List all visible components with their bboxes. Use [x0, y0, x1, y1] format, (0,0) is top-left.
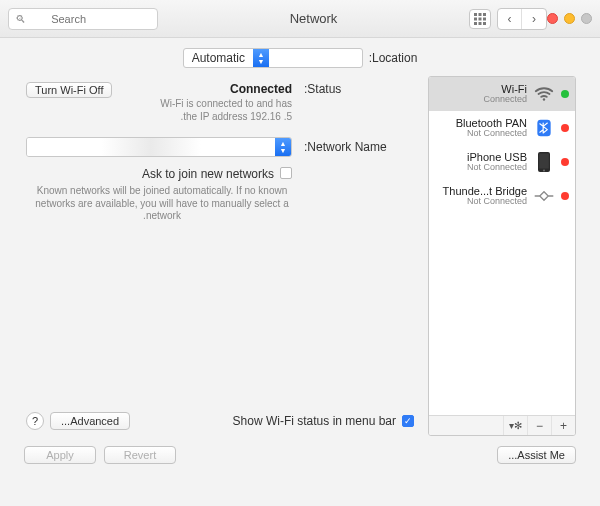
thunderbolt-bridge-icon [533, 185, 555, 207]
network-name-value [27, 138, 275, 156]
svg-rect-6 [474, 22, 477, 25]
svg-rect-5 [483, 17, 486, 20]
main-area: Wi-Fi Connected Bluetooth PAN Not Connec… [0, 76, 600, 436]
svg-rect-10 [537, 120, 550, 137]
zoom-window-button[interactable] [581, 13, 592, 24]
interfaces-list: Wi-Fi Connected Bluetooth PAN Not Connec… [429, 77, 575, 415]
status-dot-icon [561, 192, 569, 200]
location-select[interactable]: Automatic ▲▼ [183, 48, 363, 68]
svg-rect-3 [474, 17, 477, 20]
svg-rect-8 [483, 22, 486, 25]
sidebar-item-status: Not Connected [443, 197, 527, 207]
sidebar-item-status: Not Connected [456, 129, 527, 139]
sidebar-item-text: Wi-Fi Connected [483, 83, 527, 105]
location-value: Automatic [184, 51, 253, 65]
sidebar-footer: + − ✻▾ [429, 415, 575, 435]
interfaces-sidebar: Wi-Fi Connected Bluetooth PAN Not Connec… [428, 76, 576, 436]
advanced-button[interactable]: Advanced... [50, 412, 130, 430]
window-title: Network [158, 11, 469, 26]
remove-interface-button[interactable]: − [527, 416, 551, 435]
grid-icon [474, 13, 486, 25]
status-dot-icon [561, 124, 569, 132]
show-menu-row: ✓ Show Wi-Fi status in menu bar [233, 414, 414, 428]
apply-button[interactable]: Apply [24, 446, 96, 464]
revert-button[interactable]: Revert [104, 446, 176, 464]
svg-point-9 [543, 98, 545, 100]
sidebar-item-status: Not Connected [467, 163, 527, 173]
ask-to-join-checkbox[interactable] [280, 167, 292, 179]
sidebar-item-text: iPhone USB Not Connected [467, 151, 527, 173]
svg-rect-7 [479, 22, 482, 25]
chevron-updown-icon: ▲▼ [253, 49, 269, 67]
sidebar-item-thunderbolt-bridge[interactable]: Thunde...t Bridge Not Connected [429, 179, 575, 213]
status-dot-icon [561, 158, 569, 166]
search-field[interactable]: 🔍︎ [8, 8, 158, 30]
svg-rect-4 [479, 17, 482, 20]
close-window-button[interactable] [547, 13, 558, 24]
location-row: Location: Automatic ▲▼ [0, 38, 600, 76]
help-button[interactable]: ? [26, 412, 44, 430]
sidebar-item-iphone-usb[interactable]: iPhone USB Not Connected [429, 145, 575, 179]
status-label: Status: [304, 82, 414, 96]
status-value-col: Connected Wi-Fi is connected to and has … [124, 82, 292, 123]
network-name-select-wrap: ▲▼ [26, 137, 292, 157]
titlebar: ‹ › Network 🔍︎ [0, 0, 600, 38]
location-label: Location: [369, 51, 418, 65]
sidebar-item-status: Connected [483, 95, 527, 105]
network-name-row: Network Name: ▲▼ [26, 137, 414, 157]
bottom-button-row: Assist Me... Revert Apply [0, 436, 600, 474]
ask-to-join-label: Ask to join new networks [142, 167, 274, 181]
sidebar-item-bluetooth-pan[interactable]: Bluetooth PAN Not Connected [429, 111, 575, 145]
add-interface-button[interactable]: + [551, 416, 575, 435]
turn-wifi-off-button[interactable]: Turn Wi-Fi Off [26, 82, 112, 98]
search-input[interactable] [26, 13, 86, 25]
detail-panel: Status: Connected Wi-Fi is connected to … [24, 76, 416, 436]
svg-rect-12 [539, 154, 549, 169]
assist-me-button[interactable]: Assist Me... [497, 446, 576, 464]
nav-back-button[interactable]: ‹ [522, 9, 546, 29]
nav-segment: ‹ › [497, 8, 547, 30]
network-name-label: Network Name: [304, 140, 414, 154]
minimize-window-button[interactable] [564, 13, 575, 24]
status-subtext: Wi-Fi is connected to and has the IP add… [124, 98, 292, 123]
nav-forward-button[interactable]: › [498, 9, 522, 29]
sidebar-item-text: Bluetooth PAN Not Connected [456, 117, 527, 139]
wifi-icon [533, 83, 555, 105]
sidebar-item-text: Thunde...t Bridge Not Connected [443, 185, 527, 207]
interface-actions-button[interactable]: ✻▾ [503, 416, 527, 435]
toolbar-nav: ‹ › [469, 8, 547, 30]
sidebar-footer-spacer [429, 416, 503, 435]
bluetooth-icon [533, 117, 555, 139]
iphone-icon [533, 151, 555, 173]
ask-to-join-row: Ask to join new networks [26, 167, 292, 181]
show-menu-label: Show Wi-Fi status in menu bar [233, 414, 396, 428]
advanced-group: Advanced... ? [26, 412, 130, 430]
search-icon: 🔍︎ [15, 13, 26, 25]
chevron-updown-icon: ▲▼ [275, 138, 291, 156]
svg-rect-1 [479, 13, 482, 16]
window-controls [547, 13, 592, 24]
status-row: Status: Connected Wi-Fi is connected to … [26, 82, 414, 123]
svg-rect-2 [483, 13, 486, 16]
show-menu-checkbox[interactable]: ✓ [402, 415, 414, 427]
svg-rect-0 [474, 13, 477, 16]
network-name-select[interactable]: ▲▼ [26, 137, 292, 157]
status-value: Connected [124, 82, 292, 96]
ask-to-join-description: Known networks will be joined automatica… [32, 185, 292, 223]
sidebar-item-wifi[interactable]: Wi-Fi Connected [429, 77, 575, 111]
svg-point-13 [543, 170, 545, 172]
detail-footer: ✓ Show Wi-Fi status in menu bar Advanced… [26, 404, 414, 430]
status-dot-icon [561, 90, 569, 98]
show-all-button[interactable] [469, 9, 491, 29]
